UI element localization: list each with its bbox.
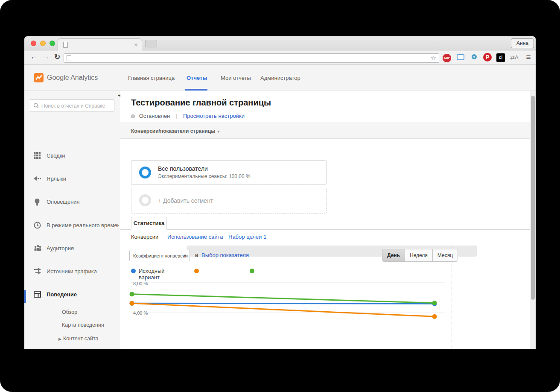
reload-icon[interactable]: ↻: [54, 53, 60, 61]
expand-triangle-icon: ▶: [58, 337, 61, 341]
nav-home[interactable]: Главная страница: [128, 75, 175, 81]
tab-statistics[interactable]: Статистика: [131, 217, 167, 230]
tab-close-icon[interactable]: ×: [134, 42, 137, 47]
segment-donut-icon: [139, 167, 151, 178]
nav-admin[interactable]: Администратор: [260, 75, 300, 81]
pinterest-label: P: [483, 53, 492, 61]
section-dropdown-label: Конверсии/показатели страницы: [131, 128, 215, 134]
status-row: Остановлен | Просмотреть настройки: [131, 113, 245, 119]
y-tick-8: 8,00 %: [133, 281, 148, 286]
browser-profile-button[interactable]: Анна: [511, 38, 534, 48]
chevron-down-icon: ▼: [217, 130, 220, 134]
sidebar-item-label: Аудитория: [47, 245, 74, 252]
scrollbar-thumb[interactable]: [531, 96, 535, 300]
sidebar-sub-site-content[interactable]: ▶Контент сайта: [58, 336, 98, 342]
subtab-conversions[interactable]: Конверсии: [131, 234, 158, 240]
chevron-down-icon: ▼: [181, 250, 190, 261]
y-tick-4: 4,00 %: [133, 310, 148, 316]
ci-extension-icon[interactable]: ci: [496, 53, 505, 62]
layout-icon: [34, 291, 41, 298]
status-divider: |: [176, 113, 177, 119]
granularity-month-button[interactable]: Месяц: [432, 249, 458, 261]
segment-card-all-users[interactable]: Все пользователи Экспериментальные сеанс…: [131, 160, 327, 185]
sub-label: Обзор: [62, 309, 77, 315]
legend-dot-variant2[interactable]: [250, 269, 254, 273]
sidebar-item-behavior[interactable]: Поведение: [24, 290, 120, 303]
add-segment-card[interactable]: + Добавить сегмент: [131, 188, 327, 214]
sidebar-item-acquisition[interactable]: Источники трафика: [24, 267, 120, 280]
sub-label: Карта поведения: [62, 322, 104, 328]
bookmark-star-icon[interactable]: ☆: [431, 54, 436, 62]
search-icon: [33, 103, 39, 108]
main-content: Тестирование главной страницы Остановлен…: [120, 91, 530, 349]
browser-toolbar: ← → ↻ ☆ ABP P ci ⇄A ≡: [24, 51, 536, 65]
close-window-button[interactable]: [31, 41, 36, 46]
adblock-extension-icon[interactable]: ABP: [442, 53, 452, 62]
granularity-day-button[interactable]: День: [382, 249, 405, 261]
sidebar-item-dashboards[interactable]: Сводки: [24, 151, 120, 164]
sidebar-item-label: Источники трафика: [47, 268, 97, 275]
sidebar-item-label: Поведение: [47, 291, 77, 298]
sidebar-item-realtime[interactable]: В режиме реального времени: [24, 221, 120, 234]
segment-title: Все пользователи: [158, 165, 208, 172]
ga-logo-icon: [34, 73, 44, 82]
ga-page: Google Analytics Главная страница Отчеты…: [24, 65, 536, 349]
translate-extension-icon[interactable]: ⇄A: [510, 53, 519, 62]
metric-dropdown-label: Коэффициент конверсии: [133, 253, 188, 258]
sidebar-sub-overview[interactable]: Обзор: [62, 309, 77, 315]
nav-reports[interactable]: Отчеты: [187, 75, 207, 81]
pinterest-extension-icon[interactable]: P: [483, 53, 492, 62]
browser-window: × Анна ← → ↻ ☆ ABP P: [24, 36, 536, 349]
and-label: и: [195, 252, 198, 258]
granularity-week-button[interactable]: Неделя: [405, 249, 432, 261]
sidebar-item-audience[interactable]: Аудитория: [24, 244, 120, 257]
add-segment-label: + Добавить сегмент: [158, 197, 213, 204]
ga-logo-text: Google Analytics: [47, 74, 98, 82]
ci-label: ci: [496, 53, 505, 62]
sidebar-item-shortcuts[interactable]: Ярлыки: [24, 174, 120, 187]
back-icon[interactable]: ←: [30, 53, 38, 61]
page-icon: [67, 55, 71, 61]
sidebar-item-label: Ярлыки: [47, 176, 66, 182]
segment-subtitle: Экспериментальные сеансы: 100,00 %: [158, 173, 251, 179]
sidebar-item-label: Оповещения: [47, 199, 80, 205]
select-metric-link[interactable]: Выбор показателя: [201, 252, 249, 258]
search-placeholder: Поиск в отчетах и Справке: [41, 103, 105, 109]
minimize-window-button[interactable]: [40, 41, 46, 46]
abp-label: ABP: [443, 54, 451, 62]
screenshot-stage: × Анна ← → ↻ ☆ ABP P: [0, 0, 560, 392]
subtab-site-usage[interactable]: Использование сайта: [167, 234, 223, 240]
status-text: Остановлен: [139, 113, 170, 119]
grid-icon: [34, 152, 41, 160]
sub-label: Контент сайта: [63, 336, 99, 342]
empty-donut-icon: [139, 194, 151, 206]
browser-tab[interactable]: ×: [58, 38, 142, 51]
screenshot-extension-icon[interactable]: [456, 53, 465, 62]
drop-extension-icon[interactable]: [470, 53, 479, 62]
page-scrollbar[interactable]: [530, 91, 536, 349]
maximize-window-button[interactable]: [50, 41, 55, 46]
sidebar-item-label: В режиме реального времени: [47, 222, 119, 228]
sidebar-sub-behavior-flow[interactable]: Карта поведения: [62, 322, 104, 328]
sidebar-item-alerts[interactable]: Оповещения: [24, 197, 120, 210]
view-settings-link[interactable]: Просмотреть настройки: [183, 113, 245, 119]
nav-my-reports[interactable]: Мои отчеты: [221, 75, 251, 81]
legend-dot-original[interactable]: [131, 269, 136, 273]
address-bar[interactable]: ☆: [64, 53, 439, 63]
section-dropdown-bar[interactable]: Конверсии/показатели страницы ▼: [120, 123, 530, 139]
metric-dropdown[interactable]: Коэффициент конверсии ▼: [129, 250, 190, 261]
subtabs-row: Конверсии Использование сайта Набор целе…: [120, 230, 530, 244]
sidebar-item-label: Сводки: [47, 152, 65, 159]
page-title: Тестирование главной страницы: [131, 98, 271, 108]
bulb-icon: [34, 198, 41, 206]
status-dot-icon: [131, 114, 135, 118]
clock-icon: [34, 222, 41, 229]
browser-menu-icon[interactable]: ≡: [524, 53, 533, 62]
shortcut-arrow-icon: [34, 175, 41, 183]
search-input[interactable]: Поиск в отчетах и Справке: [30, 99, 114, 111]
forward-icon[interactable]: →: [42, 53, 50, 61]
ga-header: Google Analytics Главная страница Отчеты…: [24, 65, 536, 91]
legend-dot-variant1[interactable]: [194, 269, 199, 273]
subtab-goal-set[interactable]: Набор целей 1: [228, 234, 266, 240]
new-tab-button[interactable]: [145, 40, 157, 47]
